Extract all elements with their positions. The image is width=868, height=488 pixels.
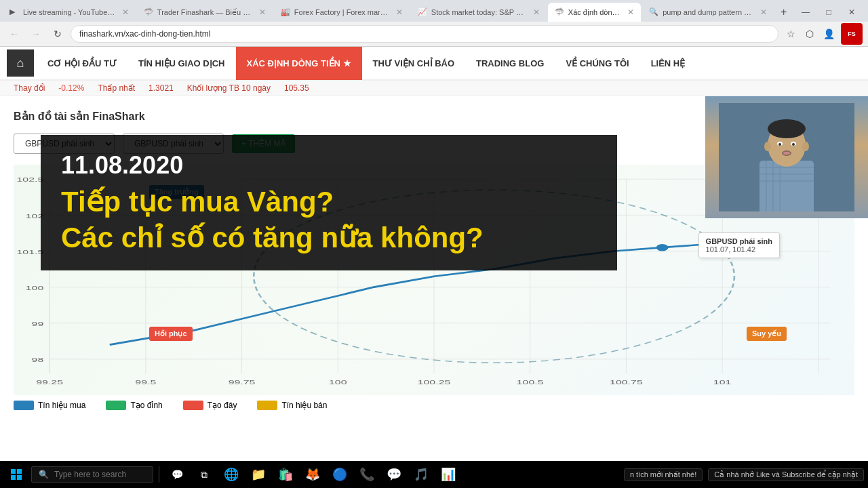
tab-6-close[interactable]: ✕ <box>760 7 767 17</box>
tab-3-label: Forex Factory | Forex markets fo... <box>294 8 389 16</box>
app-icon-4[interactable]: 🎵 <box>409 462 433 487</box>
tab-5-close[interactable]: ✕ <box>627 7 634 17</box>
address-icons: ☆ ⬡ 👤 <box>783 26 837 42</box>
new-tab-button[interactable]: + <box>775 3 792 22</box>
svg-rect-53 <box>17 475 22 480</box>
svg-rect-51 <box>17 469 22 474</box>
taskbar-divider-1 <box>159 466 159 483</box>
svg-point-16 <box>656 244 669 251</box>
nav-xac-dinh-dong-tien[interactable]: XÁC ĐỊNH DÒNG TIỀN ★ <box>236 47 362 80</box>
window-controls: — □ ✕ <box>795 3 865 22</box>
svg-text:99.25: 99.25 <box>36 378 63 386</box>
svg-text:101.5: 101.5 <box>16 248 43 256</box>
extensions-icon[interactable]: ⬡ <box>802 26 818 42</box>
maximize-button[interactable]: □ <box>818 3 840 22</box>
svg-text:99.5: 99.5 <box>135 378 156 386</box>
svg-point-48 <box>764 142 771 151</box>
svg-text:100.25: 100.25 <box>418 378 451 386</box>
edge-icon[interactable]: 🌐 <box>219 462 243 487</box>
tab-6[interactable]: 🔍 pump and dump pattern - Goo... ✕ <box>642 3 774 22</box>
svg-text:100.75: 100.75 <box>610 378 643 386</box>
overlay-line2: Các chỉ số có tăng nữa không? <box>61 221 597 254</box>
taskbar-notification-left: n tích mới nhất nhé! <box>624 468 703 481</box>
tooltip-values: 101.07, 101.42 <box>706 245 772 253</box>
app-icon-1[interactable]: 🔵 <box>328 462 352 487</box>
task-view-button[interactable]: ⧉ <box>192 462 216 487</box>
nav-thu-vien-chi-bao[interactable]: THƯ VIỆN CHỈ BÁO <box>362 47 466 80</box>
tab-1[interactable]: ▶ Live streaming - YouTube Studio ✕ <box>3 3 136 22</box>
taskbar-search-bar[interactable]: 🔍 <box>31 466 153 483</box>
back-button[interactable]: ← <box>5 25 23 43</box>
address-input[interactable] <box>71 25 778 43</box>
legend-tao-day: Tạo đáy <box>183 401 237 410</box>
tab-2-close[interactable]: ✕ <box>259 7 266 17</box>
svg-point-41 <box>768 119 806 138</box>
tab-2[interactable]: 🦈 Trader Finashark — Biểu đồ & Y... ✕ <box>137 3 273 22</box>
svg-rect-50 <box>11 469 16 474</box>
nav-menu: ⌂ CƠ HỘI ĐẦU TƯ TÍN HIỆU GIAO DỊCH XÁC Đ… <box>0 47 868 81</box>
close-button[interactable]: ✕ <box>841 3 863 22</box>
chart-legend: Tín hiệu mua Tạo đỉnh Tạo đáy Tín hiệu b… <box>14 395 854 415</box>
store-icon[interactable]: 🛍️ <box>273 462 298 487</box>
svg-text:102.5: 102.5 <box>16 176 43 184</box>
legend-tin-hieu-ban-label: Tín hiệu bán <box>281 401 327 410</box>
label-hoi-phuc: Hồi phục <box>149 327 193 341</box>
svg-rect-52 <box>11 475 16 480</box>
tab-1-close[interactable]: ✕ <box>122 7 129 17</box>
svg-point-49 <box>802 142 809 151</box>
nav-tin-hieu-giao-dich[interactable]: TÍN HIỆU GIAO DỊCH <box>127 47 236 80</box>
svg-point-47 <box>783 152 790 155</box>
svg-point-44 <box>778 143 781 146</box>
webcam-person <box>705 96 868 218</box>
svg-point-45 <box>792 143 795 146</box>
legend-tin-hieu-mua-label: Tín hiệu mua <box>38 401 85 410</box>
webcam-overlay <box>705 96 868 218</box>
address-bar: ← → ↻ ☆ ⬡ 👤 FS <box>0 22 868 46</box>
nav-lien-he[interactable]: LIÊN HỆ <box>640 47 696 80</box>
taskbar-right: n tích mới nhất nhé! Cả nhà nhớ Like và … <box>624 468 864 481</box>
nav-ve-chung-toi[interactable]: VỀ CHÚNG TÔI <box>555 47 639 80</box>
app-icon-5[interactable]: 📊 <box>436 462 460 487</box>
khoi-luong-label: Khối lượng TB 10 ngày <box>187 83 271 93</box>
legend-tao-dinh: Tạo đỉnh <box>106 401 162 410</box>
cortana-button[interactable]: 💬 <box>165 462 189 487</box>
tab-6-label: pump and dump pattern - Goo... <box>663 8 753 16</box>
ticker-text-left: n tích mới nhất nhé! <box>630 470 696 479</box>
tab-3-close[interactable]: ✕ <box>396 7 403 17</box>
thap-nhat-value: 1.3021 <box>149 83 174 93</box>
bookmark-icon[interactable]: ☆ <box>783 26 799 42</box>
nav-co-hoi-dau-tu[interactable]: CƠ HỘI ĐẦU TƯ <box>37 47 127 80</box>
tab-4-close[interactable]: ✕ <box>533 7 540 17</box>
reload-button[interactable]: ↻ <box>49 25 66 43</box>
tab-1-favicon: ▶ <box>9 7 19 17</box>
browser-chrome: ▶ Live streaming - YouTube Studio ✕ 🦈 Tr… <box>0 0 868 47</box>
app-icon-2[interactable]: 📞 <box>355 462 379 487</box>
tab-2-label: Trader Finashark — Biểu đồ & Y... <box>157 8 252 17</box>
nav-trading-blog[interactable]: TRADING BLOG <box>465 47 555 80</box>
tab-3[interactable]: 🏭 Forex Factory | Forex markets fo... ✕ <box>274 3 410 22</box>
taskbar: 🔍 💬 ⧉ 🌐 📁 🛍️ 🦊 🔵 📞 💬 🎵 📊 n tích mới nhất… <box>0 461 868 488</box>
legend-tao-day-label: Tạo đáy <box>208 401 237 410</box>
finashark-logo: FS <box>841 23 863 45</box>
search-icon: 🔍 <box>39 470 49 479</box>
nav-home-button[interactable]: ⌂ <box>7 49 34 77</box>
tab-6-favicon: 🔍 <box>649 7 658 17</box>
forward-button[interactable]: → <box>27 25 45 43</box>
file-explorer-icon[interactable]: 📁 <box>246 462 271 487</box>
app-icon-3[interactable]: 💬 <box>382 462 406 487</box>
thay-doi-value: -0.12% <box>58 83 84 93</box>
tab-5-label: Xác định dòng tiền <box>568 8 620 17</box>
tab-4[interactable]: 📈 Stock market today: S&P 500 in... ✕ <box>411 3 547 22</box>
svg-text:100: 100 <box>26 284 44 291</box>
profile-icon[interactable]: 👤 <box>821 26 837 42</box>
svg-text:100: 100 <box>329 378 347 386</box>
windows-logo-icon <box>11 469 22 480</box>
tab-5[interactable]: 🦈 Xác định dòng tiền ✕ <box>548 3 641 22</box>
minimize-button[interactable]: — <box>795 3 816 22</box>
windows-start-button[interactable] <box>4 462 28 487</box>
taskbar-search-input[interactable] <box>54 470 142 479</box>
legend-tin-hieu-ban-color <box>257 401 277 410</box>
tab-1-label: Live streaming - YouTube Studio <box>23 8 115 16</box>
data-row: Thay đổi -0.12% Thấp nhất 1.3021 Khối lư… <box>0 81 868 96</box>
firefox-icon[interactable]: 🦊 <box>300 462 325 487</box>
